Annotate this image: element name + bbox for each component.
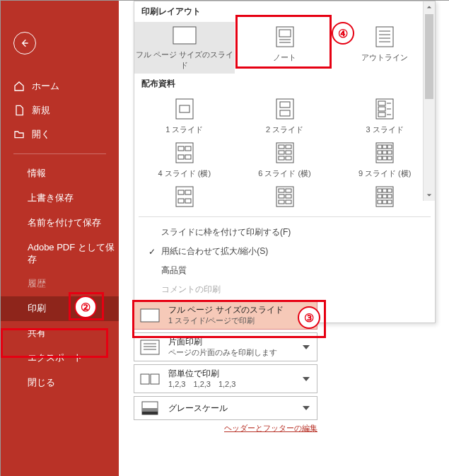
handout-4v-slides[interactable]	[134, 182, 235, 215]
chevron-down-icon	[303, 406, 310, 410]
chevron-down-icon	[303, 313, 310, 318]
sidebar-separator	[13, 153, 106, 154]
section-print-layout: 印刷レイアウト	[134, 1, 435, 22]
svg-rect-5	[376, 27, 393, 47]
handout-6v-slides[interactable]	[235, 182, 335, 215]
header-footer-link[interactable]: ヘッダーとフッターの編集	[224, 424, 317, 432]
setting-collate-sub: 1,2,3 1,2,3 1,2,3	[168, 379, 303, 390]
print-panel: 印刷レイアウト フル ページ サイズのスライド ノート	[119, 1, 449, 476]
layout-icon	[139, 307, 161, 324]
home-icon	[13, 81, 25, 92]
sidebar-new-label: 新規	[32, 104, 50, 117]
chevron-down-icon	[303, 345, 310, 349]
handout-9v-slides[interactable]	[334, 182, 435, 215]
sidebar-info[interactable]: 情報	[1, 161, 119, 186]
handout-2-label: 2 スライド	[266, 125, 303, 134]
layout-outline-label: アウトライン	[361, 53, 408, 62]
handout-4h-slides[interactable]: 4 スライド (横)	[134, 138, 235, 182]
opt-hq-label: 高品質	[161, 265, 187, 277]
sidebar-close[interactable]: 閉じる	[1, 371, 119, 395]
section-handouts: 配布資料	[134, 74, 435, 94]
setting-color-title: グレースケール	[168, 402, 303, 414]
print-layout-flyout: 印刷レイアウト フル ページ サイズのスライド ノート	[134, 1, 436, 323]
svg-rect-72	[151, 374, 159, 384]
sidebar-new[interactable]: 新規	[1, 98, 119, 122]
setting-side-sub: ページの片面のみを印刷します	[168, 347, 303, 358]
opt-comments-label: コメントの印刷	[161, 284, 221, 296]
layout-notes-label: ノート	[273, 53, 296, 62]
opt-fit-to-paper[interactable]: ✓用紙に合わせて拡大/縮小(S)	[134, 242, 435, 261]
svg-rect-10	[176, 99, 193, 119]
handout-9h-label: 9 スライド (横)	[358, 169, 412, 178]
one-sided-icon	[139, 339, 161, 356]
layout-notes[interactable]: ノート	[235, 22, 335, 74]
sidebar-print[interactable]: 印刷	[1, 296, 119, 321]
handout-1-slide[interactable]: 1 スライド	[134, 94, 235, 138]
sidebar-save-as[interactable]: 名前を付けて保存	[1, 211, 119, 236]
setting-layout-dropdown[interactable]: フル ページ サイズのスライド 1 スライド/ページで印刷	[134, 301, 317, 330]
full-page-icon	[173, 26, 197, 47]
sidebar-adobe-pdf[interactable]: Adobe PDF として保存	[1, 236, 119, 272]
collate-icon	[139, 371, 161, 388]
svg-rect-75	[142, 412, 158, 414]
handout-6v-icon	[276, 186, 294, 209]
svg-rect-67	[141, 340, 159, 354]
opt-print-comments: コメントの印刷	[134, 280, 435, 299]
handout-4h-label: 4 スライド (横)	[158, 169, 211, 178]
sidebar-export[interactable]: エクスポート	[1, 346, 119, 371]
sidebar-open-label: 開く	[32, 128, 50, 141]
handout-3-icon	[375, 98, 394, 122]
handout-6h-label: 6 スライド (横)	[258, 169, 311, 178]
svg-rect-0	[173, 27, 196, 44]
setting-side-dropdown[interactable]: 片面印刷 ページの片面のみを印刷します	[134, 332, 317, 361]
handout-9h-slides[interactable]: 9 スライド (横)	[334, 138, 435, 182]
handout-4h-icon	[175, 142, 194, 166]
handout-2-slides[interactable]: 2 スライド	[235, 94, 335, 138]
outline-icon	[375, 26, 394, 50]
setting-layout-title: フル ページ サイズのスライド	[168, 304, 303, 315]
check-icon: ✓	[147, 247, 157, 257]
setting-layout-sub: 1 スライド/ページで印刷	[168, 315, 303, 326]
opt-fit-label: 用紙に合わせて拡大/縮小(S)	[161, 245, 268, 257]
grayscale-icon	[139, 400, 161, 417]
backstage-sidebar: ホーム 新規 開く 情報 上書き保存 名前を付けて保存 Adobe PDF とし…	[1, 1, 119, 476]
svg-rect-66	[141, 309, 159, 322]
back-button[interactable]	[13, 32, 36, 54]
handout-4v-icon	[175, 186, 194, 209]
handout-9v-icon	[375, 186, 394, 209]
setting-collate-title: 部単位で印刷	[168, 368, 303, 379]
handout-2-icon	[276, 98, 294, 122]
scroll-down-icon[interactable]	[424, 190, 435, 201]
layout-full-page-label: フル ページ サイズのスライド	[136, 50, 233, 69]
svg-rect-71	[141, 374, 149, 384]
setting-collate-dropdown[interactable]: 部単位で印刷 1,2,3 1,2,3 1,2,3	[134, 364, 317, 393]
print-settings: フル ページ サイズのスライド 1 スライド/ページで印刷 片面印刷 ページの片…	[134, 301, 317, 434]
layout-outline[interactable]: アウトライン	[334, 22, 435, 74]
opt-frame-label: スライドに枠を付けて印刷する(F)	[161, 226, 291, 238]
sidebar-open[interactable]: 開く	[1, 122, 119, 146]
opt-high-quality[interactable]: 高品質	[134, 261, 435, 280]
handout-1-icon	[175, 98, 194, 122]
sidebar-home-label: ホーム	[32, 80, 59, 93]
open-icon	[13, 129, 25, 140]
handout-6h-slides[interactable]: 6 スライド (横)	[235, 138, 335, 182]
sidebar-share[interactable]: 共有	[1, 321, 119, 346]
opt-frame-slides[interactable]: スライドに枠を付けて印刷する(F)	[134, 223, 435, 242]
svg-rect-44	[176, 187, 193, 207]
layout-full-page[interactable]: フル ページ サイズのスライド	[134, 22, 235, 74]
setting-side-title: 片面印刷	[168, 336, 303, 347]
sidebar-home[interactable]: ホーム	[1, 74, 119, 98]
handout-3-slides[interactable]: 3 スライド	[334, 94, 435, 138]
handout-3-label: 3 スライド	[366, 125, 404, 134]
handout-6h-icon	[276, 142, 294, 166]
notes-icon	[276, 26, 294, 50]
sidebar-history[interactable]: 履歴	[1, 272, 119, 296]
scroll-up-icon[interactable]	[424, 1, 435, 13]
handout-9h-icon	[375, 142, 394, 166]
setting-color-dropdown[interactable]: グレースケール	[134, 396, 317, 420]
flyout-scrollbar[interactable]	[423, 1, 435, 201]
handout-1-label: 1 スライド	[165, 125, 203, 134]
sidebar-save[interactable]: 上書き保存	[1, 186, 119, 211]
new-icon	[13, 105, 25, 116]
scroll-thumb[interactable]	[425, 14, 433, 99]
